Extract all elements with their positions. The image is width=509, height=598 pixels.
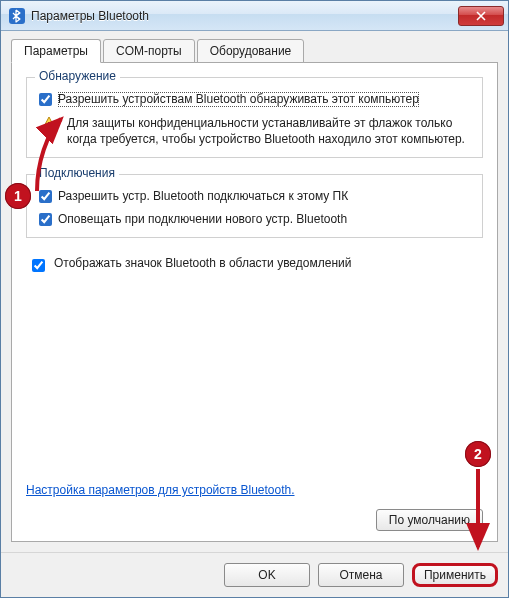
warning-icon [39,115,59,135]
checkbox-notify-new[interactable] [39,213,52,226]
bluetooth-icon [9,8,25,24]
checkbox-allow-discovery[interactable] [39,93,52,106]
tab-hardware[interactable]: Оборудование [197,39,305,63]
tabpage-parameters: Обнаружение Разрешить устройствам Blueto… [11,62,498,542]
group-connections-legend: Подключения [35,166,119,180]
label-notify-new: Оповещать при подключении нового устр. B… [58,212,347,227]
link-device-settings[interactable]: Настройка параметров для устройств Bluet… [26,483,295,497]
checkbox-allow-connect[interactable] [39,190,52,203]
label-allow-connect: Разрешить устр. Bluetooth подключаться к… [58,189,348,204]
checkbox-row-allow-connect: Разрешить устр. Bluetooth подключаться к… [39,189,470,204]
titlebar: Параметры Bluetooth [1,1,508,31]
cancel-button[interactable]: Отмена [318,563,404,587]
label-tray-icon: Отображать значок Bluetooth в области ув… [54,256,351,275]
dialog-footer: OK Отмена Применить [1,552,508,597]
group-discovery: Обнаружение Разрешить устройствам Blueto… [26,77,483,158]
close-button[interactable] [458,6,504,26]
group-discovery-legend: Обнаружение [35,69,120,83]
defaults-row: По умолчанию [26,509,483,531]
tabstrip: Параметры COM-порты Оборудование [11,39,498,63]
checkbox-row-allow-discovery: Разрешить устройствам Bluetooth обнаружи… [39,92,470,107]
group-connections: Подключения Разрешить устр. Bluetooth по… [26,174,483,238]
svg-rect-2 [48,129,50,131]
apply-button[interactable]: Применить [412,563,498,587]
checkbox-row-notify-new: Оповещать при подключении нового устр. B… [39,212,470,227]
tab-parameters[interactable]: Параметры [11,39,101,63]
annotation-badge-2: 2 [465,441,491,467]
warning-text: Для защиты конфиденциальности устанавлив… [67,115,470,147]
close-icon [476,11,486,21]
checkbox-row-tray-icon: Отображать значок Bluetooth в области ув… [28,256,483,275]
checkbox-tray-icon[interactable] [32,259,45,272]
svg-rect-1 [48,122,50,127]
defaults-button[interactable]: По умолчанию [376,509,483,531]
tab-com-ports[interactable]: COM-порты [103,39,195,63]
bluetooth-settings-window: Параметры Bluetooth Параметры COM-порты … [0,0,509,598]
client-area: Параметры COM-порты Оборудование Обнаруж… [1,31,508,552]
label-allow-discovery: Разрешить устройствам Bluetooth обнаружи… [58,92,419,107]
ok-button[interactable]: OK [224,563,310,587]
window-title: Параметры Bluetooth [31,9,458,23]
warning-row: Для защиты конфиденциальности устанавлив… [39,115,470,147]
annotation-badge-1: 1 [5,183,31,209]
